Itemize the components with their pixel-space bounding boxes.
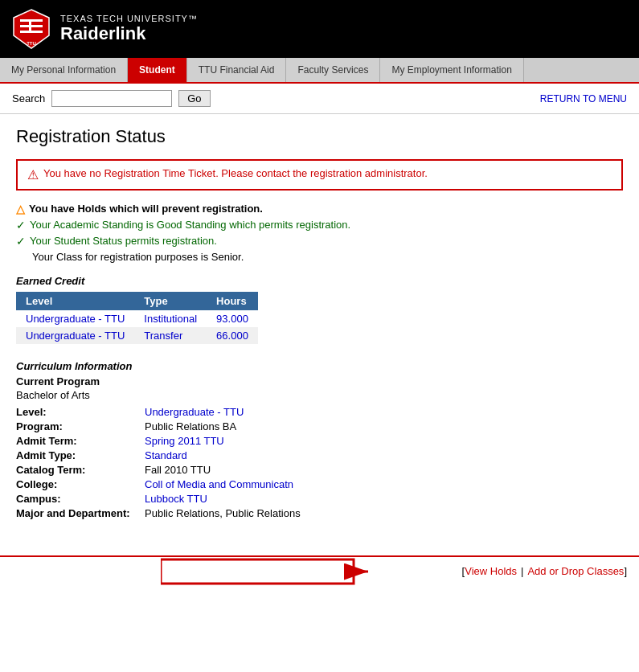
curr-label-college: College: xyxy=(16,478,145,490)
status-neutral-text: Your Class for registration purposes is … xyxy=(32,251,244,263)
row1-hours: 93.000 xyxy=(207,310,258,327)
table-row: Undergraduate - TTU Institutional 93.000 xyxy=(16,310,258,327)
add-drop-link[interactable]: Add or Drop Classes xyxy=(527,565,624,577)
curr-value-program: Public Relations BA xyxy=(145,420,236,432)
curr-value-catalog-term: Fall 2010 TTU xyxy=(145,464,211,476)
curr-value-admit-type[interactable]: Standard xyxy=(145,449,187,461)
university-name: TEXAS TECH UNIVERSITY™ xyxy=(60,14,198,23)
curr-label-admit-term: Admit Term: xyxy=(16,435,145,447)
checkmark-icon-2: ✓ xyxy=(16,235,26,248)
curr-label-level: Level: xyxy=(16,406,145,418)
error-banner: ⚠ You have no Registration Time Ticket. … xyxy=(16,159,623,191)
curr-value-major: Public Relations, Public Relations xyxy=(145,507,301,519)
curriculum-title: Curriculum Information xyxy=(16,360,623,372)
curriculum-section: Curriculum Information Current Program B… xyxy=(16,360,623,519)
svg-text:TTU: TTU xyxy=(27,41,36,46)
earned-credit-section: Earned Credit Level Type Hours Undergrad… xyxy=(16,275,623,344)
current-program-value: Bachelor of Arts xyxy=(16,389,623,401)
nav-item-personal[interactable]: My Personal Information xyxy=(0,58,128,82)
main-content: Registration Status ⚠ You have no Regist… xyxy=(0,114,639,547)
row2-level: Undergraduate - TTU xyxy=(16,327,134,344)
status-good-1-text: Your Academic Standing is Good Standing … xyxy=(30,219,350,231)
curr-row-campus: Campus: Lubbock TTU xyxy=(16,493,623,505)
col-type: Type xyxy=(134,292,207,310)
curr-row-admit-term: Admit Term: Spring 2011 TTU xyxy=(16,435,623,447)
app-name: Raiderlink xyxy=(60,23,198,44)
nav-item-financial-aid[interactable]: TTU Financial Aid xyxy=(187,58,287,82)
col-level: Level xyxy=(16,292,134,310)
footer-area: [ View Holds | Add or Drop Classes ] xyxy=(0,555,639,585)
credit-table: Level Type Hours Undergraduate - TTU Ins… xyxy=(16,292,258,344)
svg-rect-4 xyxy=(29,19,31,33)
error-message: You have no Registration Time Ticket. Pl… xyxy=(43,167,428,179)
curr-row-program: Program: Public Relations BA xyxy=(16,420,623,432)
nav-item-faculty[interactable]: Faculty Services xyxy=(286,58,380,82)
ttu-logo-icon: TTU xyxy=(12,8,51,50)
search-left: Search Go xyxy=(12,90,211,107)
curr-row-college: College: Coll of Media and Communicatn xyxy=(16,478,623,490)
svg-rect-7 xyxy=(161,559,354,584)
col-hours: Hours xyxy=(207,292,258,310)
checkmark-icon-1: ✓ xyxy=(16,219,26,232)
nav-item-student[interactable]: Student xyxy=(128,58,187,82)
warning-icon: △ xyxy=(16,203,25,215)
footer-links: [ View Holds | Add or Drop Classes ] xyxy=(462,565,627,577)
earned-credit-title: Earned Credit xyxy=(16,275,623,287)
status-good-2-text: Your Student Status permits registration… xyxy=(30,235,217,247)
status-warning: △ You have Holds which will prevent regi… xyxy=(16,203,623,215)
search-label: Search xyxy=(12,92,45,104)
search-bar: Search Go RETURN TO MENU xyxy=(0,84,639,114)
row1-type: Institutional xyxy=(134,310,207,327)
page-title: Registration Status xyxy=(16,126,623,147)
error-icon: ⚠ xyxy=(27,167,39,182)
arrow-icon xyxy=(161,551,370,586)
current-program-label: Current Program xyxy=(16,375,623,387)
curr-row-catalog-term: Catalog Term: Fall 2010 TTU xyxy=(16,464,623,476)
nav-bar: My Personal Information Student TTU Fina… xyxy=(0,58,639,84)
curr-label-admit-type: Admit Type: xyxy=(16,449,145,461)
curr-value-admit-term[interactable]: Spring 2011 TTU xyxy=(145,435,224,447)
curr-label-catalog-term: Catalog Term: xyxy=(16,464,145,476)
status-neutral: Your Class for registration purposes is … xyxy=(32,251,623,263)
nav-item-employment[interactable]: My Employment Information xyxy=(380,58,523,82)
header-text: TEXAS TECH UNIVERSITY™ Raiderlink xyxy=(60,14,198,44)
search-input[interactable] xyxy=(51,90,172,107)
curr-row-level: Level: Undergraduate - TTU xyxy=(16,406,623,418)
status-good-2: ✓ Your Student Status permits registrati… xyxy=(16,235,623,248)
curr-row-admit-type: Admit Type: Standard xyxy=(16,449,623,461)
status-messages: △ You have Holds which will prevent regi… xyxy=(16,203,623,263)
curr-row-major: Major and Department: Public Relations, … xyxy=(16,507,623,519)
table-row: Undergraduate - TTU Transfer 66.000 xyxy=(16,327,258,344)
return-to-menu-link[interactable]: RETURN TO MENU xyxy=(540,93,627,104)
row1-level: Undergraduate - TTU xyxy=(16,310,134,327)
bracket-close: ] xyxy=(624,565,627,577)
row2-type: Transfer xyxy=(134,327,207,344)
curr-label-campus: Campus: xyxy=(16,493,145,505)
go-button[interactable]: Go xyxy=(178,90,210,107)
curr-value-campus[interactable]: Lubbock TTU xyxy=(145,493,207,505)
footer-separator: | xyxy=(521,565,523,577)
status-warning-text: You have Holds which will prevent regist… xyxy=(29,203,263,215)
curr-value-level[interactable]: Undergraduate - TTU xyxy=(145,406,244,418)
curr-label-program: Program: xyxy=(16,420,145,432)
header: TTU TEXAS TECH UNIVERSITY™ Raiderlink xyxy=(0,0,639,58)
status-good-1: ✓ Your Academic Standing is Good Standin… xyxy=(16,219,623,232)
curr-value-college[interactable]: Coll of Media and Communicatn xyxy=(145,478,293,490)
row2-hours: 66.000 xyxy=(207,327,258,344)
view-holds-link[interactable]: View Holds xyxy=(465,565,517,577)
curr-label-major: Major and Department: xyxy=(16,507,145,519)
